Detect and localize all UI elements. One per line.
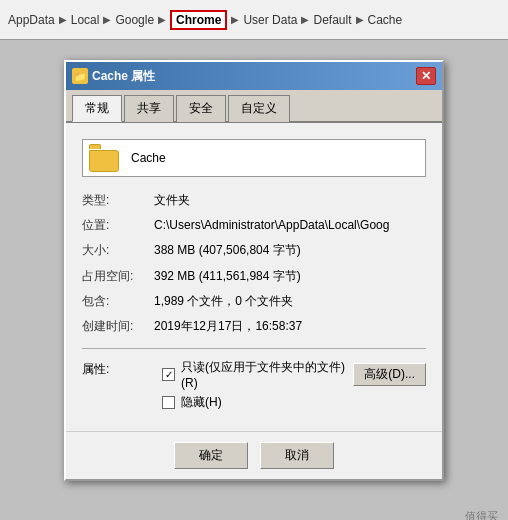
prop-label: 包含: (82, 292, 154, 311)
attributes-row: 属性: ✓只读(仅应用于文件夹中的文件)(R)高级(D)...隐藏(H) (82, 359, 426, 411)
tab-自定义[interactable]: 自定义 (228, 95, 290, 122)
breadcrumb-arrow: ▶ (301, 14, 309, 25)
dialog-titlebar: 📁 Cache 属性 ✕ (66, 62, 442, 90)
breadcrumb-item-user data[interactable]: User Data (243, 13, 297, 27)
checkbox-label-1: 隐藏(H) (181, 394, 222, 411)
prop-label: 位置: (82, 216, 154, 235)
attributes-checkboxes: ✓只读(仅应用于文件夹中的文件)(R)高级(D)...隐藏(H) (162, 359, 426, 411)
breadcrumb-arrow: ▶ (59, 14, 67, 25)
prop-label: 大小: (82, 241, 154, 260)
breadcrumb-item-google[interactable]: Google (115, 13, 154, 27)
tab-安全[interactable]: 安全 (176, 95, 226, 122)
watermark-bar: 值得买 (0, 501, 508, 520)
prop-label: 类型: (82, 191, 154, 210)
checkbox-box-0[interactable]: ✓ (162, 368, 175, 381)
property-row: 创建时间:2019年12月17日，16:58:37 (82, 317, 426, 336)
checkbox-box-1[interactable] (162, 396, 175, 409)
tab-常规[interactable]: 常规 (72, 95, 122, 122)
prop-label: 占用空间: (82, 267, 154, 286)
dialog-window: 📁 Cache 属性 ✕ 常规共享安全自定义 类型:文件夹位置:C:\Users… (64, 60, 444, 481)
folder-icon-tab (89, 144, 101, 149)
breadcrumb-item-appdata[interactable]: AppData (8, 13, 55, 27)
prop-value: 1,989 个文件，0 个文件夹 (154, 292, 426, 311)
dialog-footer: 确定取消 (66, 431, 442, 479)
确定-button[interactable]: 确定 (174, 442, 248, 469)
breadcrumb-arrow: ▶ (158, 14, 166, 25)
breadcrumb-arrow: ▶ (231, 14, 239, 25)
folder-name-row (82, 139, 426, 177)
property-row: 类型:文件夹 (82, 191, 426, 210)
property-row: 占用空间:392 MB (411,561,984 字节) (82, 267, 426, 286)
prop-label: 创建时间: (82, 317, 154, 336)
property-row: 包含:1,989 个文件，0 个文件夹 (82, 292, 426, 311)
property-row: 大小:388 MB (407,506,804 字节) (82, 241, 426, 260)
folder-icon-body (89, 150, 119, 172)
prop-value: 2019年12月17日，16:58:37 (154, 317, 426, 336)
checkbox-label-0: 只读(仅应用于文件夹中的文件)(R) (181, 359, 347, 390)
tab-共享[interactable]: 共享 (124, 95, 174, 122)
breadcrumb-item-chrome[interactable]: Chrome (170, 10, 227, 30)
checkbox-row-1: 隐藏(H) (162, 394, 426, 411)
取消-button[interactable]: 取消 (260, 442, 334, 469)
breadcrumb-arrow: ▶ (356, 14, 364, 25)
breadcrumb-arrow: ▶ (103, 14, 111, 25)
checkbox-row-0: ✓只读(仅应用于文件夹中的文件)(R)高级(D)... (162, 359, 426, 390)
properties-section: 类型:文件夹位置:C:\Users\Administrator\AppData\… (82, 191, 426, 336)
breadcrumb-item-local[interactable]: Local (71, 13, 100, 27)
dialog-close-button[interactable]: ✕ (416, 67, 436, 85)
folder-icon (89, 144, 121, 172)
prop-value: 文件夹 (154, 191, 426, 210)
main-area: 📁 Cache 属性 ✕ 常规共享安全自定义 类型:文件夹位置:C:\Users… (0, 40, 508, 501)
watermark-text: 值得买 (465, 509, 498, 520)
dialog-title-icon: 📁 (72, 68, 88, 84)
dialog-tabs: 常规共享安全自定义 (66, 90, 442, 123)
property-row: 位置:C:\Users\Administrator\AppData\Local\… (82, 216, 426, 235)
dialog-content: 类型:文件夹位置:C:\Users\Administrator\AppData\… (66, 123, 442, 431)
prop-value: 388 MB (407,506,804 字节) (154, 241, 426, 260)
address-bar: AppData▶Local▶Google▶Chrome▶User Data▶De… (0, 0, 508, 40)
prop-value: C:\Users\Administrator\AppData\Local\Goo… (154, 216, 426, 235)
divider (82, 348, 426, 349)
dialog-title-text: Cache 属性 (92, 68, 412, 85)
prop-value: 392 MB (411,561,984 字节) (154, 267, 426, 286)
breadcrumb-item-default[interactable]: Default (313, 13, 351, 27)
attributes-label: 属性: (82, 359, 154, 378)
breadcrumb-item-cache[interactable]: Cache (368, 13, 403, 27)
folder-name-input[interactable] (131, 151, 419, 165)
advanced-button[interactable]: 高级(D)... (353, 363, 426, 386)
